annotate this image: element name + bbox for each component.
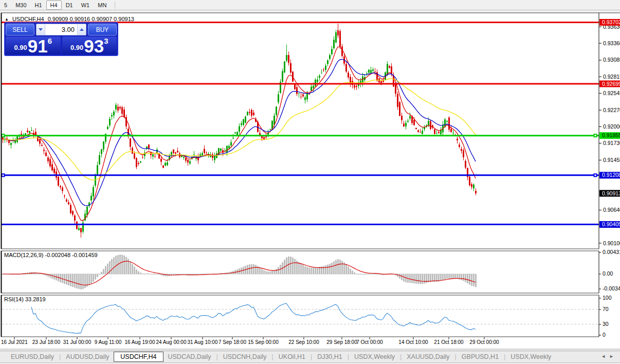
tab-divider: | — [272, 353, 273, 360]
tab-scroll-arrows-icon[interactable]: ◄► — [601, 354, 617, 359]
tab-USDX-Weekly[interactable]: USDX,Weekly — [350, 352, 399, 361]
tab-divider: | — [348, 353, 349, 360]
time-tick-label: 22 Sep 10:00 — [288, 339, 319, 345]
triangle-up-icon — [80, 28, 84, 31]
time-tick-label: 9 Aug 11:00 — [95, 339, 122, 345]
tab-divider: | — [455, 353, 457, 360]
timeframe-D1[interactable]: D1 — [62, 1, 77, 10]
volume-group — [36, 24, 86, 35]
rsi-tick-label: 0 — [603, 332, 606, 338]
price-tick-label: 0.90640 — [603, 207, 620, 213]
time-tick-label: 31 Jul 00:00 — [63, 339, 92, 345]
tab-divider: | — [504, 353, 505, 360]
timeframe-MN[interactable]: MN — [94, 1, 111, 10]
time-tick-label: 21 Oct 18:00 — [434, 339, 464, 345]
buy-price-box[interactable]: 0.90 93 3 — [62, 37, 117, 54]
time-tick-label: 16 Jul 2021 — [1, 339, 28, 345]
tab-EURUSD-Daily[interactable]: EURUSD,Daily — [6, 352, 59, 361]
tab-USDX-Weekly[interactable]: USDX,Weekly — [506, 352, 556, 361]
price-tick-label: 0.92270 — [603, 107, 620, 113]
toolbar-separator — [115, 2, 115, 9]
price-tick-label: 0.92000 — [603, 123, 620, 130]
buy-button[interactable]: BUY — [88, 24, 117, 35]
sell-price-pip: 6 — [48, 37, 52, 45]
hline-handle-center — [595, 174, 596, 176]
timeframe-W1[interactable]: W1 — [77, 1, 94, 10]
price-tick-label: 0.91455 — [603, 157, 620, 163]
tab-USDCNH-Daily[interactable]: USDCNH,Daily — [218, 352, 271, 361]
chart-area[interactable]: MACD(12,26,9) -0.002048 -0.001459RSI(14)… — [0, 10, 620, 351]
svg-text:0.91208: 0.91208 — [602, 172, 620, 178]
tab-divider: | — [59, 353, 61, 360]
chart-panels-bg — [0, 13, 620, 349]
chart-ohlc-values: 0.90909 0.90916 0.90907 0.90913 — [48, 16, 134, 22]
rsi-tick-label: 100 — [603, 295, 612, 301]
tab-GBPUSD-H1[interactable]: GBPUSD,H1 — [457, 352, 503, 361]
time-tick-label: 23 Jul 18:00 — [32, 339, 61, 345]
price-axis[interactable]: 0.936300.933600.930850.928150.925450.922… — [599, 13, 620, 249]
volume-decrease-button[interactable] — [37, 24, 45, 35]
hline-handle-center — [3, 135, 4, 136]
volume-input[interactable] — [45, 24, 77, 35]
rsi-tick-label: 70 — [603, 306, 609, 312]
time-tick-label: 31 Aug 10:00 — [188, 339, 218, 345]
rsi-tick-label: 30 — [603, 321, 609, 327]
tab-UKOil-H1[interactable]: UKOil,H1 — [274, 352, 310, 361]
price-tick-label: 0.93360 — [603, 40, 620, 46]
svg-text:0.90405: 0.90405 — [602, 221, 620, 227]
price-tick-label: 0.91730 — [603, 140, 620, 146]
buy-price-prefix: 0.90 — [70, 44, 83, 51]
hline-handle-center — [3, 174, 4, 176]
chart-header: ▲ USDCHF,H4 0.90909 0.90916 0.90907 0.90… — [5, 16, 134, 22]
price-tick-label: 0.92545 — [603, 90, 620, 96]
sell-price-box[interactable]: 0.90 91 6 — [6, 37, 61, 54]
tab-USDCHF-H4[interactable]: USDCHF,H4 — [114, 352, 163, 362]
price-badge-0.90405: 0.90405 — [599, 221, 620, 228]
collapse-chart-icon[interactable]: ▲ — [5, 16, 9, 22]
tab-divider: | — [400, 353, 402, 360]
rsi-label: RSI(14) 33.2819 — [4, 296, 46, 302]
tab-XAUUSD-Daily[interactable]: XAUUSD,Daily — [402, 352, 454, 361]
sell-price-big: 91 — [28, 39, 48, 53]
time-tick-label: 15 Sep 00:00 — [248, 339, 279, 345]
macd-tick-label: 0.00 — [603, 270, 613, 277]
time-tick-label: 29 Oct 00:00 — [469, 339, 499, 345]
chart-tab-bar: EURUSD,Daily|AUDUSD,DailyUSDCHF,H4USDCAD… — [0, 351, 620, 363]
volume-increase-button[interactable] — [77, 24, 86, 35]
timeframe-H1[interactable]: H1 — [31, 1, 46, 10]
macd-tick-label: -0.003405 — [603, 285, 620, 292]
time-tick-label: 24 Aug 00:00 — [156, 339, 187, 345]
sell-price-prefix: 0.90 — [14, 44, 27, 51]
time-tick-label: 7 Oct 00:00 — [356, 339, 383, 345]
time-tick-label: 7 Sep 18:00 — [218, 339, 246, 345]
price-badge-0.92699: 0.92699 — [599, 81, 620, 87]
price-tick-label: 0.90100 — [603, 240, 620, 246]
tab-AUDUSD-Daily[interactable]: AUDUSD,Daily — [61, 352, 114, 361]
price-badge-0.91208: 0.91208 — [599, 172, 620, 178]
tab-DJ30-H1[interactable]: DJ30,H1 — [313, 352, 347, 361]
svg-text:0.93702: 0.93702 — [602, 19, 620, 25]
buy-price-pip: 3 — [104, 37, 108, 45]
hline-handle-center — [595, 135, 596, 136]
time-tick-label: 29 Sep 18:00 — [326, 339, 357, 345]
timeframe-toolbar: 5M30H1H4D1W1MN — [0, 0, 620, 10]
timeframe-H4[interactable]: H4 — [46, 1, 62, 10]
price-badge-0.91855: 0.91855 — [599, 132, 620, 139]
tab-USDCAD-Daily[interactable]: USDCAD,Daily — [163, 352, 216, 361]
time-tick-label: 16 Aug 19:00 — [125, 339, 155, 345]
timeframe-5[interactable]: 5 — [0, 1, 11, 10]
svg-text:0.91855: 0.91855 — [602, 132, 620, 138]
sell-button[interactable]: SELL — [6, 24, 34, 35]
price-badge-0.90913: 0.90913 — [599, 190, 620, 197]
triangle-down-icon — [39, 28, 43, 31]
svg-text:0.90913: 0.90913 — [602, 190, 620, 196]
price-tick-label: 0.93085 — [603, 57, 620, 63]
macd-label: MACD(12,26,9) -0.002048 -0.001459 — [4, 252, 98, 258]
buy-price-big: 93 — [84, 39, 104, 53]
macd-tick-label: 0.00431 — [603, 249, 620, 255]
price-tick-label: 0.92815 — [603, 74, 620, 80]
tab-divider: | — [311, 353, 312, 360]
price-badge-0.93702: 0.93702 — [599, 19, 620, 26]
one-click-trading-panel: SELL BUY 0.90 91 6 0.90 93 3 — [4, 22, 118, 56]
timeframe-M30[interactable]: M30 — [11, 1, 30, 10]
